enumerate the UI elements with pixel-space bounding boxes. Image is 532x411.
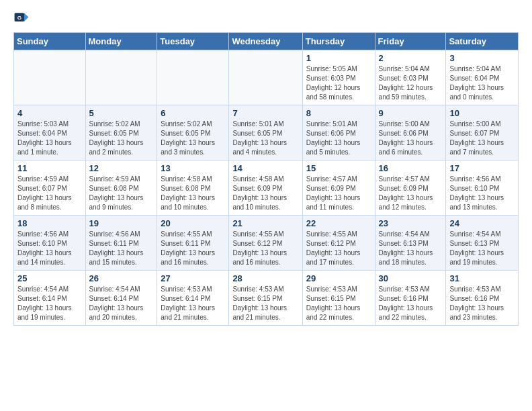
logo-icon: G — [13, 11, 30, 27]
calendar-cell: 24Sunrise: 4:54 AM Sunset: 6:13 PM Dayli… — [446, 216, 519, 271]
day-number: 22 — [306, 218, 371, 228]
calendar-cell: 23Sunrise: 4:54 AM Sunset: 6:13 PM Dayli… — [375, 216, 446, 271]
day-detail: Sunrise: 4:53 AM Sunset: 6:16 PM Dayligh… — [449, 285, 515, 322]
day-detail: Sunrise: 5:02 AM Sunset: 6:05 PM Dayligh… — [89, 120, 154, 157]
day-detail: Sunrise: 4:56 AM Sunset: 6:11 PM Dayligh… — [89, 230, 154, 267]
day-detail: Sunrise: 4:54 AM Sunset: 6:14 PM Dayligh… — [89, 285, 154, 322]
day-number: 14 — [232, 163, 298, 173]
calendar-cell: 12Sunrise: 4:59 AM Sunset: 6:08 PM Dayli… — [85, 161, 157, 216]
day-number: 31 — [449, 273, 515, 283]
calendar-cell: 1Sunrise: 5:05 AM Sunset: 6:03 PM Daylig… — [302, 50, 375, 105]
day-detail: Sunrise: 5:01 AM Sunset: 6:05 PM Dayligh… — [232, 120, 298, 157]
day-detail: Sunrise: 4:58 AM Sunset: 6:08 PM Dayligh… — [161, 175, 225, 212]
calendar-cell — [14, 50, 86, 105]
day-number: 16 — [379, 163, 443, 173]
day-detail: Sunrise: 4:59 AM Sunset: 6:07 PM Dayligh… — [17, 175, 82, 212]
calendar-cell: 26Sunrise: 4:54 AM Sunset: 6:14 PM Dayli… — [85, 271, 157, 326]
calendar-cell: 7Sunrise: 5:01 AM Sunset: 6:05 PM Daylig… — [229, 105, 302, 161]
day-detail: Sunrise: 4:53 AM Sunset: 6:15 PM Dayligh… — [232, 285, 298, 322]
day-detail: Sunrise: 5:05 AM Sunset: 6:03 PM Dayligh… — [306, 64, 371, 102]
day-number: 11 — [17, 163, 82, 173]
day-number: 19 — [89, 218, 154, 228]
calendar-cell: 18Sunrise: 4:56 AM Sunset: 6:10 PM Dayli… — [14, 216, 86, 271]
calendar-cell: 19Sunrise: 4:56 AM Sunset: 6:11 PM Dayli… — [85, 216, 157, 271]
calendar-cell: 20Sunrise: 4:55 AM Sunset: 6:11 PM Dayli… — [157, 216, 229, 271]
calendar-cell: 11Sunrise: 4:59 AM Sunset: 6:07 PM Dayli… — [14, 161, 86, 216]
day-detail: Sunrise: 5:01 AM Sunset: 6:06 PM Dayligh… — [306, 120, 371, 157]
calendar-cell: 14Sunrise: 4:58 AM Sunset: 6:09 PM Dayli… — [229, 161, 302, 216]
day-number: 20 — [161, 218, 225, 228]
calendar-header-row: SundayMondayTuesdayWednesdayThursdayFrid… — [14, 33, 519, 50]
calendar-cell: 6Sunrise: 5:02 AM Sunset: 6:05 PM Daylig… — [157, 105, 229, 161]
calendar-cell: 22Sunrise: 4:55 AM Sunset: 6:12 PM Dayli… — [302, 216, 375, 271]
day-number: 3 — [449, 53, 515, 63]
day-number: 28 — [232, 273, 298, 283]
calendar-cell: 5Sunrise: 5:02 AM Sunset: 6:05 PM Daylig… — [85, 105, 157, 161]
week-row-1: 4Sunrise: 5:03 AM Sunset: 6:04 PM Daylig… — [14, 105, 519, 161]
header-thursday: Thursday — [302, 33, 375, 50]
day-detail: Sunrise: 4:55 AM Sunset: 6:11 PM Dayligh… — [161, 230, 225, 267]
week-row-2: 11Sunrise: 4:59 AM Sunset: 6:07 PM Dayli… — [14, 161, 519, 216]
calendar-cell: 3Sunrise: 5:04 AM Sunset: 6:04 PM Daylig… — [446, 50, 519, 105]
day-detail: Sunrise: 4:53 AM Sunset: 6:14 PM Dayligh… — [161, 285, 225, 322]
calendar-cell: 17Sunrise: 4:56 AM Sunset: 6:10 PM Dayli… — [446, 161, 519, 216]
calendar-cell: 16Sunrise: 4:57 AM Sunset: 6:09 PM Dayli… — [375, 161, 446, 216]
header-sunday: Sunday — [14, 33, 86, 50]
day-number: 25 — [17, 273, 82, 283]
day-detail: Sunrise: 4:59 AM Sunset: 6:08 PM Dayligh… — [89, 175, 154, 212]
page: G SundayMondayTuesdayWednesdayThursdayFr… — [0, 0, 532, 336]
day-detail: Sunrise: 4:58 AM Sunset: 6:09 PM Dayligh… — [232, 175, 298, 212]
day-number: 1 — [306, 53, 371, 63]
day-number: 29 — [306, 273, 371, 283]
calendar-cell: 28Sunrise: 4:53 AM Sunset: 6:15 PM Dayli… — [229, 271, 302, 326]
day-number: 21 — [232, 218, 298, 228]
calendar-cell: 2Sunrise: 5:04 AM Sunset: 6:03 PM Daylig… — [375, 50, 446, 105]
calendar-cell: 25Sunrise: 4:54 AM Sunset: 6:14 PM Dayli… — [14, 271, 86, 326]
day-number: 2 — [379, 53, 443, 63]
day-detail: Sunrise: 5:02 AM Sunset: 6:05 PM Dayligh… — [161, 120, 225, 157]
day-number: 7 — [232, 108, 298, 118]
calendar-cell: 10Sunrise: 5:00 AM Sunset: 6:07 PM Dayli… — [446, 105, 519, 161]
calendar-cell — [157, 50, 229, 105]
day-number: 15 — [306, 163, 371, 173]
calendar-cell: 27Sunrise: 4:53 AM Sunset: 6:14 PM Dayli… — [157, 271, 229, 326]
week-row-3: 18Sunrise: 4:56 AM Sunset: 6:10 PM Dayli… — [14, 216, 519, 271]
day-number: 6 — [161, 108, 225, 118]
calendar-cell: 4Sunrise: 5:03 AM Sunset: 6:04 PM Daylig… — [14, 105, 86, 161]
svg-text:G: G — [17, 15, 21, 21]
day-number: 9 — [379, 108, 443, 118]
calendar-cell — [85, 50, 157, 105]
week-row-0: 1Sunrise: 5:05 AM Sunset: 6:03 PM Daylig… — [14, 50, 519, 105]
calendar-cell: 13Sunrise: 4:58 AM Sunset: 6:08 PM Dayli… — [157, 161, 229, 216]
day-detail: Sunrise: 5:00 AM Sunset: 6:07 PM Dayligh… — [449, 120, 515, 157]
day-detail: Sunrise: 5:04 AM Sunset: 6:04 PM Dayligh… — [449, 64, 515, 102]
day-number: 30 — [379, 273, 443, 283]
day-number: 4 — [17, 108, 82, 118]
calendar-cell: 31Sunrise: 4:53 AM Sunset: 6:16 PM Dayli… — [446, 271, 519, 326]
day-number: 12 — [89, 163, 154, 173]
header-tuesday: Tuesday — [157, 33, 229, 50]
day-detail: Sunrise: 4:54 AM Sunset: 6:13 PM Dayligh… — [379, 230, 443, 267]
header: G — [13, 11, 519, 27]
day-detail: Sunrise: 4:56 AM Sunset: 6:10 PM Dayligh… — [449, 175, 515, 212]
day-detail: Sunrise: 4:55 AM Sunset: 6:12 PM Dayligh… — [232, 230, 298, 267]
calendar-cell — [229, 50, 302, 105]
day-detail: Sunrise: 4:53 AM Sunset: 6:16 PM Dayligh… — [379, 285, 443, 322]
header-monday: Monday — [85, 33, 157, 50]
calendar-cell: 30Sunrise: 4:53 AM Sunset: 6:16 PM Dayli… — [375, 271, 446, 326]
day-detail: Sunrise: 5:04 AM Sunset: 6:03 PM Dayligh… — [379, 64, 443, 102]
logo: G — [13, 11, 31, 27]
day-detail: Sunrise: 4:56 AM Sunset: 6:10 PM Dayligh… — [17, 230, 82, 267]
day-detail: Sunrise: 4:54 AM Sunset: 6:13 PM Dayligh… — [449, 230, 515, 267]
calendar-cell: 8Sunrise: 5:01 AM Sunset: 6:06 PM Daylig… — [302, 105, 375, 161]
day-detail: Sunrise: 4:57 AM Sunset: 6:09 PM Dayligh… — [379, 175, 443, 212]
day-number: 13 — [161, 163, 225, 173]
calendar-cell: 9Sunrise: 5:00 AM Sunset: 6:06 PM Daylig… — [375, 105, 446, 161]
day-detail: Sunrise: 4:55 AM Sunset: 6:12 PM Dayligh… — [306, 230, 371, 267]
day-number: 23 — [379, 218, 443, 228]
day-detail: Sunrise: 4:53 AM Sunset: 6:15 PM Dayligh… — [306, 285, 371, 322]
header-friday: Friday — [375, 33, 446, 50]
day-number: 17 — [449, 163, 515, 173]
day-number: 26 — [89, 273, 154, 283]
calendar: SundayMondayTuesdayWednesdayThursdayFrid… — [13, 32, 519, 326]
